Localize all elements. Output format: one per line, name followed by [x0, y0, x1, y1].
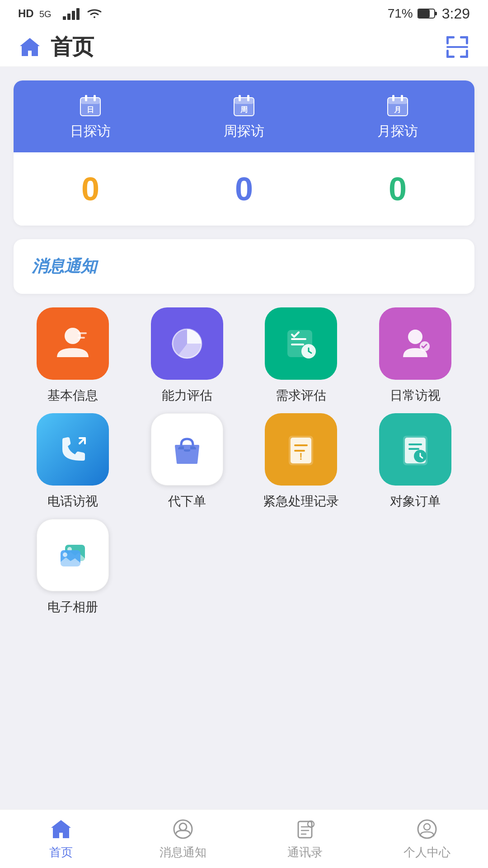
svg-rect-2 — [67, 14, 70, 20]
svg-rect-23 — [234, 98, 254, 104]
app-daily-visit-icon — [379, 307, 451, 380]
header-left: 首页 — [18, 33, 94, 61]
svg-rect-34 — [78, 337, 85, 339]
svg-rect-30 — [401, 95, 403, 101]
visit-card: 日 日探访 周 周探访 — [14, 80, 474, 226]
svg-text:!: ! — [300, 451, 303, 462]
status-left: HD 5G — [18, 7, 103, 20]
svg-text:月: 月 — [394, 106, 401, 113]
svg-text:日: 日 — [87, 106, 94, 113]
nav-profile[interactable]: 个人中心 — [366, 817, 488, 860]
tab-daily-label: 日探访 — [70, 122, 111, 141]
count-monthly-value: 0 — [389, 170, 407, 208]
app-emergency[interactable]: ! 紧急处理记录 — [246, 413, 356, 510]
status-right: 71% 3:29 — [388, 5, 470, 22]
signal-icon: 5G — [39, 7, 57, 20]
status-bar: HD 5G 71% 3:29 — [0, 0, 488, 27]
signal-bars-icon — [63, 7, 81, 20]
app-need-eval-label: 需求评估 — [276, 387, 326, 404]
app-target-order[interactable]: 对象订单 — [361, 413, 470, 510]
app-photo-album-icon — [37, 519, 109, 591]
svg-rect-19 — [85, 95, 87, 101]
count-monthly: 0 — [321, 170, 474, 208]
app-target-order-icon — [379, 413, 451, 486]
notification-title: 消息通知 — [32, 257, 97, 275]
svg-rect-18 — [80, 98, 100, 104]
app-basic-info-icon — [37, 307, 109, 380]
svg-rect-16 — [446, 46, 468, 48]
app-ability-eval[interactable]: 能力评估 — [132, 307, 242, 404]
app-phone-visit[interactable]: 电话访视 — [18, 413, 128, 510]
svg-rect-20 — [94, 95, 96, 101]
calendar-monthly-icon: 月 — [386, 94, 409, 118]
svg-rect-3 — [72, 11, 75, 20]
calendar-daily-icon: 日 — [79, 94, 102, 118]
svg-point-32 — [65, 328, 81, 344]
svg-rect-6 — [418, 9, 430, 18]
svg-rect-1 — [63, 16, 66, 20]
svg-rect-28 — [388, 98, 408, 104]
hd-label: HD — [18, 7, 34, 20]
count-weekly: 0 — [167, 170, 321, 208]
svg-rect-9 — [446, 36, 449, 44]
pie-chart-icon — [167, 323, 207, 364]
svg-point-60 — [63, 552, 67, 557]
photos-icon — [52, 535, 93, 576]
time-label: 3:29 — [442, 5, 470, 22]
app-basic-info-label: 基本信息 — [47, 387, 98, 404]
svg-rect-11 — [466, 36, 468, 44]
page-title: 首页 — [51, 33, 94, 61]
notification-card[interactable]: 消息通知 — [14, 239, 474, 294]
doc-clock-icon — [395, 429, 436, 470]
nav-notification[interactable]: 消息通知 — [122, 817, 244, 860]
nav-profile-label: 个人中心 — [404, 844, 450, 860]
svg-rect-4 — [76, 8, 80, 20]
svg-point-42 — [408, 330, 422, 344]
home-nav-icon — [49, 817, 73, 841]
contacts-nav-icon — [293, 817, 317, 841]
svg-rect-7 — [435, 12, 437, 15]
battery-label: 71% — [388, 6, 413, 21]
app-need-eval-icon — [265, 307, 337, 380]
app-basic-info[interactable]: 基本信息 — [18, 307, 128, 404]
profile-nav-icon — [415, 817, 439, 841]
svg-rect-25 — [247, 95, 249, 101]
count-daily-value: 0 — [81, 170, 99, 208]
svg-rect-15 — [466, 50, 468, 58]
bottom-nav: 首页 消息通知 通讯录 — [0, 809, 488, 868]
app-emergency-icon: ! — [265, 413, 337, 486]
count-weekly-value: 0 — [235, 170, 253, 208]
tab-weekly[interactable]: 周 周探访 — [167, 80, 321, 152]
svg-text:周: 周 — [240, 106, 248, 113]
checklist-clock-icon — [281, 323, 321, 364]
app-order-proxy[interactable]: 代下单 — [132, 413, 242, 510]
nav-contacts-label: 通讯录 — [287, 844, 323, 860]
nav-contacts[interactable]: 通讯录 — [244, 817, 366, 860]
app-need-eval[interactable]: 需求评估 — [246, 307, 356, 404]
app-target-order-label: 对象订单 — [390, 493, 441, 510]
nav-home-label: 首页 — [49, 844, 73, 860]
home-icon — [18, 35, 42, 59]
app-daily-visit[interactable]: 日常访视 — [361, 307, 470, 404]
svg-point-62 — [179, 823, 187, 830]
app-phone-visit-icon — [37, 413, 109, 486]
svg-text:5G: 5G — [39, 9, 52, 19]
svg-rect-63 — [298, 821, 312, 838]
nav-notification-label: 消息通知 — [160, 844, 206, 860]
person-work-icon — [395, 323, 436, 364]
app-ability-eval-icon — [151, 307, 223, 380]
tab-monthly[interactable]: 月 月探访 — [321, 80, 474, 152]
visit-tabs: 日 日探访 周 周探访 — [14, 80, 474, 152]
tab-daily[interactable]: 日 日探访 — [14, 80, 167, 152]
scan-icon[interactable] — [445, 34, 470, 60]
svg-rect-24 — [239, 95, 241, 101]
nav-home[interactable]: 首页 — [0, 817, 122, 860]
wifi-icon — [86, 7, 103, 20]
app-photo-album[interactable]: 电子相册 — [18, 519, 128, 616]
svg-rect-13 — [446, 50, 449, 58]
app-grid: 基本信息 能力评估 — [14, 307, 474, 616]
count-daily: 0 — [14, 170, 167, 208]
svg-point-69 — [424, 824, 430, 830]
app-emergency-label: 紧急处理记录 — [263, 493, 339, 510]
svg-rect-33 — [78, 332, 87, 334]
